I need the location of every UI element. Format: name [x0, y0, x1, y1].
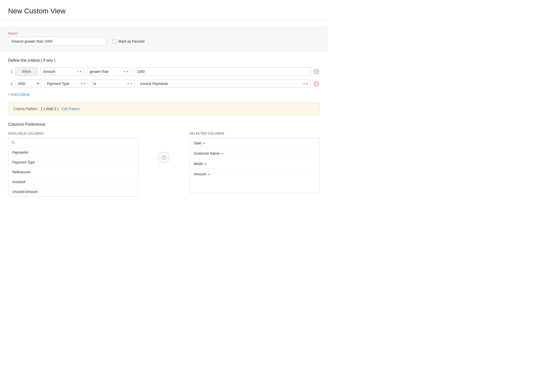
search-icon — [8, 138, 18, 147]
transfer-button[interactable] — [158, 152, 169, 163]
selected-item-amount[interactable]: Amount •• — [190, 169, 319, 179]
remove-criteria-2[interactable] — [313, 80, 320, 87]
operator-chevron-2: ▾ — [131, 82, 132, 85]
invoice-value-2: Invoice Payments — [140, 82, 303, 86]
selected-item-customer-name-text: Customer Name — [194, 151, 220, 155]
svg-line-5 — [14, 143, 15, 144]
name-section: Name* Mark as Favorite — [0, 26, 328, 51]
available-columns-box: Payment# Payment Type Reference# Invoice… — [8, 138, 138, 197]
row-num-2: 2 — [8, 82, 13, 86]
criteria-section-title: Define the criteria ( if any ) — [8, 58, 320, 63]
selected-item-amount-text: Amount — [194, 172, 206, 176]
field-value-1: Amount — [43, 70, 77, 74]
selected-item-date[interactable]: Date •• — [190, 138, 319, 148]
operator-clear-1[interactable]: ✕ — [123, 70, 126, 73]
selected-columns-section: SELECTED COLUMNS Date •• Customer Name •… — [190, 132, 320, 193]
available-columns-label: AVAILABLE COLUMNS — [8, 132, 138, 135]
favorite-text: Mark as Favorite — [118, 39, 145, 43]
field-select-1[interactable]: Amount ✕ ▾ — [40, 68, 84, 76]
required-dot-customer: •• — [221, 152, 223, 155]
criteria-row-2: 2 AND OR Payment Type ✕ ▾ is ✕ ▾ Invoice… — [8, 79, 320, 88]
criteria-pattern-bar: Criteria Pattern: ( 1 AND 2 ) Edit Patte… — [8, 103, 320, 115]
available-item-unused-amount[interactable]: Unused Amount — [8, 187, 138, 197]
operator-value-1: greater than — [90, 70, 123, 74]
field-chevron-2: ▾ — [84, 82, 85, 85]
operator-select-2[interactable]: is ✕ ▾ — [91, 80, 135, 88]
selected-columns-label: SELECTED COLUMNS — [190, 132, 320, 135]
row-num-1: 1 — [8, 70, 13, 74]
available-item-payment-type[interactable]: Payment Type — [8, 157, 138, 167]
columns-layout: AVAILABLE COLUMNS Payment# Payment Type … — [8, 132, 320, 197]
field-clear-2[interactable]: ✕ — [80, 82, 83, 85]
minus-circle-icon-1 — [314, 69, 319, 74]
edit-pattern-button[interactable]: Edit Pattern — [62, 107, 80, 111]
available-item-payment-hash[interactable]: Payment# — [8, 148, 138, 157]
header-divider — [0, 20, 328, 20]
pattern-label: Criteria Pattern: — [13, 107, 38, 111]
required-dot-mode: •• — [204, 162, 206, 166]
add-criteria-button[interactable]: + Add Criteria — [8, 92, 29, 96]
svg-point-6 — [162, 155, 166, 160]
name-input[interactable] — [8, 37, 106, 46]
name-label: Name* — [8, 31, 320, 35]
operator-clear-2[interactable]: ✕ — [127, 82, 130, 85]
favorite-label[interactable]: Mark as Favorite — [112, 39, 145, 43]
available-search-input[interactable] — [18, 138, 138, 147]
page-title: New Custom View — [8, 7, 320, 15]
required-dot-date: •• — [203, 141, 205, 145]
transfer-btn-area — [153, 152, 174, 163]
value-select-2[interactable]: Invoice Payments ✕ ▾ — [137, 80, 311, 88]
minus-circle-icon-2 — [314, 81, 319, 86]
field-value-2: Payment Type — [47, 82, 80, 86]
svg-point-4 — [12, 141, 14, 143]
field-select-2[interactable]: Payment Type ✕ ▾ — [44, 80, 88, 88]
transfer-icon — [161, 155, 166, 160]
operator-select-1[interactable]: greater than ✕ ▾ — [87, 68, 131, 76]
remove-criteria-1[interactable] — [313, 68, 320, 75]
selected-columns-box: Date •• Customer Name •• Mode •• Amount … — [190, 138, 320, 193]
selected-item-mode[interactable]: Mode •• — [190, 159, 319, 169]
operator-chevron-1: ▾ — [127, 70, 128, 73]
required-dot-amount: •• — [207, 172, 210, 176]
invoice-chevron-2: ▾ — [306, 82, 308, 85]
when-button: When — [15, 67, 38, 76]
columns-title: Columns Preference: — [8, 122, 320, 127]
field-clear-1[interactable]: ✕ — [77, 70, 79, 73]
invoice-clear-2[interactable]: ✕ — [303, 82, 305, 85]
selected-item-mode-text: Mode — [194, 162, 203, 166]
available-columns-section: AVAILABLE COLUMNS Payment# Payment Type … — [8, 132, 138, 197]
value-input-1[interactable] — [134, 67, 311, 76]
search-row — [8, 138, 138, 148]
selected-item-date-text: Date — [194, 141, 201, 145]
field-chevron-1: ▾ — [80, 70, 82, 73]
and-select[interactable]: AND OR — [15, 79, 42, 88]
operator-value-2: is — [94, 82, 127, 86]
favorite-checkbox[interactable] — [112, 39, 116, 43]
selected-item-customer-name[interactable]: Customer Name •• — [190, 148, 319, 159]
criteria-row-1: 1 When Amount ✕ ▾ greater than ✕ ▾ — [8, 67, 320, 76]
available-item-invoice-hash[interactable]: Invoice# — [8, 177, 138, 187]
available-item-reference-hash[interactable]: Reference# — [8, 167, 138, 177]
pattern-value: ( 1 AND 2 ) — [41, 107, 58, 111]
name-row: Mark as Favorite — [8, 37, 320, 46]
